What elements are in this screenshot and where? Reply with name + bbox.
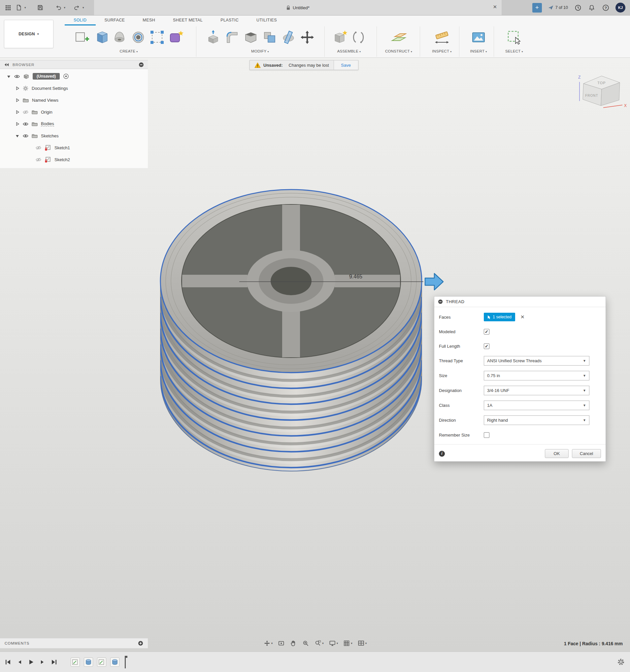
insert-canvas-icon[interactable] xyxy=(471,29,486,45)
fillet-icon[interactable] xyxy=(224,29,240,45)
group-label-modify[interactable]: MODIFY▾ xyxy=(198,49,322,53)
hole-icon[interactable] xyxy=(130,29,146,45)
eye-hidden-icon[interactable] xyxy=(36,158,41,162)
look-at-tool[interactable] xyxy=(278,640,285,647)
combine-icon[interactable] xyxy=(262,29,278,45)
add-comment-icon[interactable] xyxy=(138,641,143,646)
timeline-settings-gear-icon[interactable] xyxy=(617,658,625,666)
dialog-collapse-icon[interactable] xyxy=(438,299,443,304)
tab-counter[interactable]: 7 of 10 xyxy=(548,5,568,10)
thread-type-dropdown[interactable]: ANSI Unified Screw Threads▼ xyxy=(484,356,589,365)
grid-settings-tool[interactable]: ▾ xyxy=(343,640,352,647)
new-component-icon[interactable] xyxy=(332,29,348,45)
faces-selected-button[interactable]: 1 selected xyxy=(484,313,515,321)
redo-icon[interactable] xyxy=(73,4,81,11)
tree-row-document-settings[interactable]: Document Settings xyxy=(0,82,148,94)
expander-collapsed-icon[interactable] xyxy=(15,86,20,91)
tab-surface[interactable]: SURFACE xyxy=(96,16,134,25)
save-button[interactable]: Save xyxy=(334,61,358,70)
document-tab[interactable]: Untitled* ✕ xyxy=(94,0,502,15)
app-grid-icon[interactable] xyxy=(4,4,12,11)
create-sketch-icon[interactable] xyxy=(74,29,90,45)
save-icon[interactable] xyxy=(36,4,44,11)
timeline-step-back-button[interactable] xyxy=(16,659,23,665)
expander-expanded-icon[interactable] xyxy=(15,134,20,138)
timeline-item-extrude1[interactable] xyxy=(84,657,93,667)
tab-mesh[interactable]: MESH xyxy=(134,16,164,25)
tree-row-root[interactable]: (Unsaved) xyxy=(0,70,148,82)
timeline-skip-start-button[interactable] xyxy=(5,659,11,665)
thread-dialog-header[interactable]: THREAD xyxy=(434,296,606,307)
full-length-checkbox[interactable] xyxy=(484,343,489,349)
notifications-bell-icon[interactable] xyxy=(588,4,596,11)
expander-collapsed-icon[interactable] xyxy=(15,110,20,114)
zoom-window-tool[interactable]: ▾ xyxy=(314,640,324,647)
tree-row-sketch1[interactable]: Sketch1 xyxy=(0,142,148,153)
clock-icon[interactable] xyxy=(574,4,582,11)
expander-expanded-icon[interactable] xyxy=(7,74,11,79)
activate-component-radio[interactable] xyxy=(63,73,69,79)
new-file-caret-icon[interactable]: ▾ xyxy=(24,6,26,9)
pattern-icon[interactable] xyxy=(149,29,165,45)
modeled-checkbox[interactable] xyxy=(484,329,489,335)
display-settings-tool[interactable]: ▾ xyxy=(329,640,338,647)
orbit-tool[interactable]: ▾ xyxy=(263,640,273,647)
group-label-assemble[interactable]: ASSEMBLE▾ xyxy=(327,49,371,53)
new-tab-button[interactable]: + xyxy=(532,3,542,13)
group-label-inspect[interactable]: INSPECT▾ xyxy=(427,49,456,53)
info-icon[interactable]: i xyxy=(439,451,445,457)
cancel-button[interactable]: Cancel xyxy=(572,449,601,458)
comments-bar[interactable]: COMMENTS xyxy=(0,638,148,649)
split-body-icon[interactable] xyxy=(280,29,296,45)
collapse-panel-icon[interactable] xyxy=(4,63,9,67)
tab-close-icon[interactable]: ✕ xyxy=(493,4,497,9)
workspace-switcher[interactable]: DESIGN▾ xyxy=(4,20,53,48)
redo-caret-icon[interactable]: ▾ xyxy=(82,6,84,9)
select-box-icon[interactable] xyxy=(506,29,522,45)
timeline-play-button[interactable] xyxy=(28,659,34,665)
viewport-canvas[interactable]: 9.465 Z X TOP FRONT BROWSER xyxy=(0,58,630,651)
tab-sheet-metal[interactable]: SHEET METAL xyxy=(164,16,211,25)
designation-dropdown[interactable]: 3/4-16 UNF▼ xyxy=(484,386,589,395)
class-dropdown[interactable]: 1A▼ xyxy=(484,401,589,410)
undo-icon[interactable] xyxy=(54,4,62,11)
undo-caret-icon[interactable]: ▾ xyxy=(64,6,66,9)
timeline-position-marker[interactable] xyxy=(125,656,127,668)
measure-icon[interactable] xyxy=(434,29,450,45)
revolve-icon[interactable] xyxy=(111,29,127,45)
tree-row-sketches[interactable]: Sketches xyxy=(0,130,148,142)
remember-size-checkbox[interactable] xyxy=(484,432,489,438)
extrude-icon[interactable] xyxy=(93,29,108,45)
browser-minimize-icon[interactable] xyxy=(138,62,144,67)
tree-row-origin[interactable]: Origin xyxy=(0,106,148,118)
tab-plastic[interactable]: PLASTIC xyxy=(211,16,248,25)
shell-icon[interactable] xyxy=(243,29,259,45)
clear-selection-icon[interactable]: ✕ xyxy=(521,314,525,320)
zoom-tool[interactable] xyxy=(302,640,309,647)
joint-icon[interactable] xyxy=(351,29,366,45)
tree-row-sketch2[interactable]: Sketch2 xyxy=(0,153,148,165)
create-form-icon[interactable] xyxy=(168,29,184,45)
timeline-item-extrude2[interactable] xyxy=(110,657,120,667)
root-document-label[interactable]: (Unsaved) xyxy=(33,73,60,79)
direction-manipulator-arrow[interactable] xyxy=(425,273,443,290)
expander-collapsed-icon[interactable] xyxy=(15,98,20,102)
view-cube[interactable]: Z X TOP FRONT xyxy=(574,69,628,110)
browser-header[interactable]: BROWSER xyxy=(0,60,148,69)
eye-visible-icon[interactable] xyxy=(14,74,20,79)
tree-row-named-views[interactable]: Named Views xyxy=(0,94,148,106)
eye-visible-icon[interactable] xyxy=(23,134,28,138)
eye-hidden-icon[interactable] xyxy=(23,110,28,114)
eye-hidden-icon[interactable] xyxy=(36,146,41,150)
viewports-tool[interactable]: ▾ xyxy=(357,640,367,647)
group-label-insert[interactable]: INSERT▾ xyxy=(466,49,491,53)
construct-plane-icon[interactable] xyxy=(391,29,407,45)
threaded-cylinder-model[interactable]: 9.465 xyxy=(142,178,452,482)
timeline-step-forward-button[interactable] xyxy=(39,659,46,665)
group-label-create[interactable]: CREATE▾ xyxy=(65,49,193,53)
tab-solid[interactable]: SOLID xyxy=(65,16,96,25)
expander-collapsed-icon[interactable] xyxy=(15,122,20,126)
tab-utilities[interactable]: UTILITIES xyxy=(248,16,286,25)
ok-button[interactable]: OK xyxy=(545,449,569,458)
press-pull-icon[interactable] xyxy=(205,29,221,45)
